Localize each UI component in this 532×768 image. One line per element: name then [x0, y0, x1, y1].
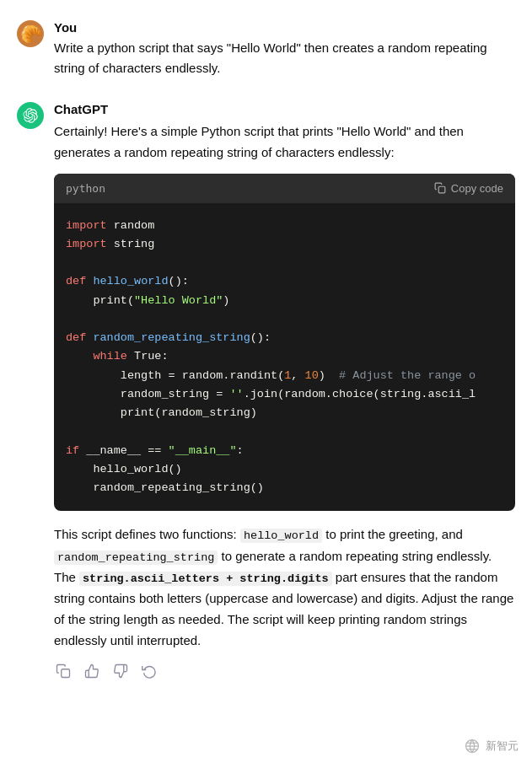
code-content: import random import string def hello_wo… — [54, 203, 515, 512]
refresh-icon — [142, 663, 157, 679]
inline-code-1: hello_world — [240, 529, 322, 543]
inline-code-3: string.ascii_letters + string.digits — [79, 572, 332, 586]
user-message-text: Write a python script that says "Hello W… — [54, 38, 515, 78]
svg-rect-1 — [62, 669, 70, 677]
watermark-text: 新智元 — [486, 738, 519, 754]
gpt-name: ChatGPT — [54, 102, 515, 116]
code-block: python Copy code import random import st… — [54, 174, 515, 512]
copy-icon — [434, 182, 446, 194]
gpt-intro: Certainly! Here's a simple Python script… — [54, 121, 515, 164]
thumbs-down-icon — [113, 663, 128, 679]
user-avatar-emoji: 🥐 — [20, 25, 41, 42]
gpt-description: This script defines two functions: hello… — [54, 524, 515, 651]
watermark-icon — [464, 738, 481, 755]
user-name: You — [54, 20, 515, 35]
code-header: python Copy code — [54, 174, 515, 203]
action-bar — [54, 662, 515, 680]
copy-response-icon — [56, 663, 71, 679]
thumbs-up-icon — [84, 663, 99, 679]
user-content: You Write a python script that says "Hel… — [54, 20, 515, 78]
user-message: 🥐 You Write a python script that says "H… — [17, 20, 515, 78]
regenerate-button[interactable] — [140, 662, 159, 680]
svg-rect-0 — [438, 186, 445, 193]
openai-icon — [23, 108, 38, 123]
gpt-message: ChatGPT Certainly! Here's a simple Pytho… — [17, 102, 515, 680]
copy-response-button[interactable] — [54, 662, 73, 680]
watermark: 新智元 — [464, 738, 519, 755]
user-avatar: 🥐 — [17, 20, 44, 47]
code-lang: python — [66, 182, 105, 195]
gpt-content: ChatGPT Certainly! Here's a simple Pytho… — [54, 102, 515, 680]
gpt-avatar — [17, 102, 44, 129]
thumbs-up-button[interactable] — [83, 662, 101, 680]
copy-code-button[interactable]: Copy code — [434, 182, 503, 195]
inline-code-2: random_repeating_string — [54, 550, 218, 565]
thumbs-down-button[interactable] — [111, 662, 130, 680]
copy-label: Copy code — [451, 182, 503, 195]
